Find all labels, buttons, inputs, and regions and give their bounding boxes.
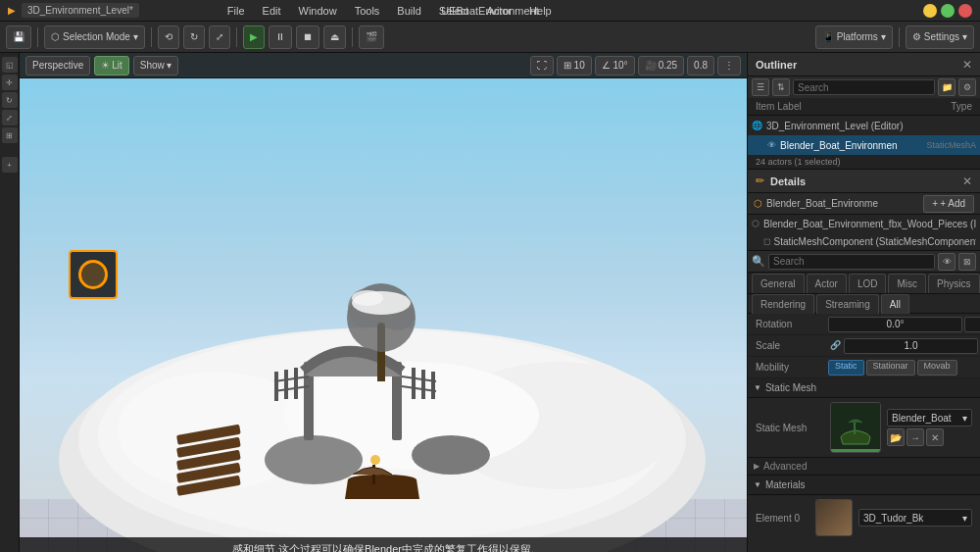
details-search-input[interactable] [768, 254, 935, 270]
comp-label-1: StaticMeshComponent (StaticMeshComponent… [774, 236, 976, 247]
plus-icon: + [932, 198, 938, 209]
add-label: + Add [940, 198, 965, 209]
maximize-button[interactable] [941, 4, 955, 18]
tab-lod[interactable]: LOD [849, 274, 887, 293]
subtab-rendering[interactable]: Rendering [752, 294, 814, 314]
outliner-settings[interactable]: ⚙ [958, 78, 976, 96]
close-button[interactable] [958, 4, 972, 18]
project-tab[interactable]: 3D_Environment_Level* [22, 3, 139, 18]
show-toggle[interactable]: Show ▾ [133, 56, 178, 75]
outliner-filter-btn[interactable]: ☰ [752, 78, 769, 96]
grid-snap[interactable]: ⊞ 10 [557, 56, 592, 75]
tool-scale[interactable]: ⤢ [2, 110, 18, 125]
svg-rect-35 [831, 449, 880, 452]
angle-snap[interactable]: ∠ 10° [595, 56, 635, 75]
play-button[interactable]: ▶ [243, 25, 265, 49]
viewport-toolbar: Perspective ☀ Lit Show ▾ ⛶ ⊞ 10 ∠ 10° 🎥 … [20, 53, 747, 78]
transform-move[interactable]: ⟲ [158, 25, 179, 49]
outliner-add-folder[interactable]: 📁 [938, 78, 956, 96]
save-button[interactable]: 💾 [6, 25, 31, 49]
menu-tools[interactable]: Tools [347, 3, 388, 19]
mobility-stationary[interactable]: Stationar [866, 360, 915, 376]
material-dropdown[interactable]: 3D_Tudor_Bk ▾ [858, 509, 972, 527]
viewport-scene: 感和细节,这个过程可以确保Blender中完成的繁复工作得以保留, il of … [20, 78, 747, 552]
perspective-label: Perspective [32, 60, 83, 71]
pause-button[interactable]: ⏸ [269, 25, 292, 49]
save-icon: 💾 [13, 31, 24, 42]
mobility-static[interactable]: Static [828, 360, 864, 376]
subtab-streaming[interactable]: Streaming [816, 294, 879, 314]
property-rows: Rotation Scale 🔗 [748, 314, 980, 552]
menu-edit[interactable]: Edit [255, 3, 289, 19]
cam-speed[interactable]: 🎥 0.25 [638, 56, 684, 75]
tab-actor[interactable]: Actor [807, 274, 847, 293]
arrow-down-icon: ▼ [754, 383, 761, 392]
outliner-item-boat[interactable]: 👁 Blender_Boat_Environmen StaticMeshA [748, 135, 980, 155]
lit-toggle[interactable]: ☀ Lit [94, 56, 129, 75]
viewport-options[interactable]: ⋮ [717, 56, 741, 75]
outliner-close[interactable]: ✕ [962, 58, 972, 72]
main-layout: ◱ ✛ ↻ ⤢ ⊞ + Perspective ☀ Lit Show ▾ ⛶ [0, 53, 980, 552]
mesh-browse-btn[interactable]: 📂 [887, 428, 905, 446]
rotation-y[interactable] [964, 317, 980, 332]
details-close[interactable]: ✕ [962, 175, 972, 188]
tool-rotate[interactable]: ↻ [2, 92, 18, 108]
scale-x[interactable] [844, 338, 978, 354]
scale-lock-icon[interactable]: 🔗 [828, 338, 842, 352]
outliner-item-label-0: 3D_Environment_Level (Editor) [766, 121, 976, 131]
tool-move[interactable]: ✛ [2, 75, 18, 90]
platforms-icon: 📱 [822, 31, 834, 42]
static-mesh-header[interactable]: ▼ Static Mesh [748, 378, 980, 398]
fov-control[interactable]: 0.8 [687, 56, 714, 75]
advanced-section[interactable]: ▶ Advanced [748, 458, 980, 476]
minimize-button[interactable] [923, 4, 937, 18]
scale-value: 🔗 [828, 338, 980, 354]
menu-window[interactable]: Window [291, 3, 345, 19]
component-tree: ⬡ Blender_Boat_Environment_fbx_Wood_Piec… [748, 215, 980, 251]
mesh-clear-btn[interactable]: ✕ [926, 428, 944, 446]
rotation-x[interactable] [828, 317, 962, 332]
subtab-all[interactable]: All [881, 294, 909, 314]
mesh-navigate-btn[interactable]: → [906, 428, 924, 446]
maximize-viewport[interactable]: ⛶ [530, 56, 554, 75]
perspective-toggle[interactable]: Perspective [25, 56, 90, 75]
details-eye-btn[interactable]: 👁 [938, 253, 956, 271]
outliner-toolbar: ☰ ⇅ 📁 ⚙ [748, 76, 980, 98]
outliner-search[interactable] [793, 79, 935, 95]
actor-icon-small: ⬡ [754, 198, 762, 209]
outliner-sort-btn[interactable]: ⇅ [772, 78, 790, 96]
mobility-movable[interactable]: Movab [917, 360, 957, 376]
tool-add[interactable]: + [2, 157, 18, 173]
eject-button[interactable]: ⏏ [323, 25, 346, 49]
outliner-item-level[interactable]: 🌐 3D_Environment_Level (Editor) [748, 116, 980, 135]
tab-general[interactable]: General [752, 274, 805, 293]
mode-selector[interactable]: ⬡ Selection Mode ▾ [44, 25, 145, 49]
world-icon: 🌐 [752, 121, 762, 130]
transform-scale[interactable]: ⤢ [209, 25, 230, 49]
scale-label: Scale [756, 340, 824, 351]
transform-rotate[interactable]: ↻ [183, 25, 205, 49]
materials-header[interactable]: ▼ Materials [748, 476, 980, 495]
details-title: Details [770, 176, 806, 187]
component-item-1[interactable]: ◻ StaticMeshComponent (StaticMeshCompone… [748, 232, 980, 250]
tab-physics[interactable]: Physics [928, 274, 979, 293]
menu-file[interactable]: File [220, 3, 253, 19]
viewport-3d[interactable]: Perspective ☀ Lit Show ▾ ⛶ ⊞ 10 ∠ 10° 🎥 … [20, 53, 747, 552]
snow-terrain [20, 264, 747, 552]
add-component-button[interactable]: + + Add [923, 195, 974, 213]
menu-build[interactable]: Build [389, 3, 428, 19]
settings-button[interactable]: ⚙ Settings ▾ [906, 25, 974, 49]
platforms-button[interactable]: 📱 Platforms ▾ [815, 25, 893, 49]
component-item-0[interactable]: ⬡ Blender_Boat_Environment_fbx_Wood_Piec… [748, 215, 980, 232]
tab-misc[interactable]: Misc [888, 274, 926, 293]
cinematics-button[interactable]: 🎬 [359, 25, 384, 49]
actor-name-label: Blender_Boat_Environme [766, 198, 919, 209]
tool-select[interactable]: ◱ [2, 57, 18, 73]
static-mesh-label: Static Mesh [765, 382, 816, 393]
tool-transform[interactable]: ⊞ [2, 127, 18, 143]
comp-label-0: Blender_Boat_Environment_fbx_Wood_Pieces… [763, 219, 976, 229]
mesh-name-dropdown[interactable]: Blender_Boat ▾ [887, 409, 972, 427]
details-lock-btn[interactable]: ⊠ [958, 253, 976, 271]
stop-button[interactable]: ⏹ [296, 25, 319, 49]
right-panel: Outliner ✕ ☰ ⇅ 📁 ⚙ Item Label Type 🌐 3D_… [747, 53, 980, 552]
